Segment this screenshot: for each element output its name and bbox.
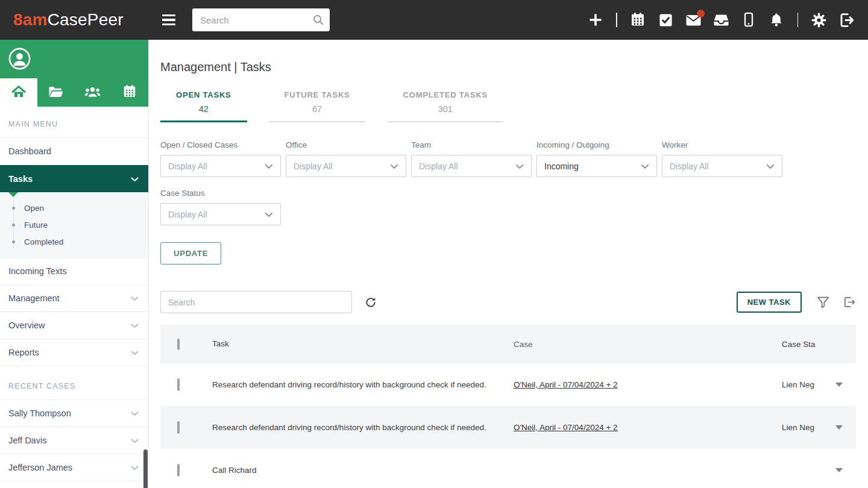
home-icon — [11, 84, 27, 101]
export-icon[interactable] — [842, 295, 856, 309]
sidebar-item-tasks[interactable]: Tasks — [0, 165, 148, 192]
avatar-icon[interactable] — [8, 48, 31, 70]
tab-open-tasks[interactable]: OPEN TASKS 42 — [160, 90, 247, 122]
page-title: Management | Tasks — [160, 60, 856, 74]
task-text: Research defendant driving record/histor… — [212, 378, 514, 392]
filter-label: Office — [286, 140, 406, 149]
filter-case-status: Case Status Display All — [160, 189, 281, 225]
filter-dropdown[interactable]: Display All — [160, 203, 281, 225]
calendar-icon — [122, 84, 137, 101]
dropdown-caret-icon[interactable] — [835, 425, 843, 430]
sidebar-item-label: Overview — [8, 321, 45, 330]
calendar-icon[interactable] — [630, 12, 646, 28]
tab-future-tasks[interactable]: FUTURE TASKS 67 — [269, 90, 366, 122]
filter-funnel-icon[interactable] — [817, 296, 829, 308]
chevron-down-icon — [641, 161, 649, 172]
sidebar-item-label: Tasks — [8, 174, 33, 184]
submenu-item-open[interactable]: Open — [0, 199, 148, 216]
submenu-item-future[interactable]: Future — [0, 216, 148, 233]
filter-label: Worker — [662, 140, 782, 149]
recent-case-label: Jefferson James — [8, 463, 72, 472]
refresh-icon[interactable] — [365, 296, 377, 308]
tab-count: 67 — [312, 104, 322, 114]
case-link[interactable]: O'Neil, April - 07/04/2024 + 2 — [514, 423, 618, 432]
filter-dropdown[interactable]: Display All — [286, 155, 406, 177]
task-check-icon[interactable] — [658, 12, 674, 28]
dropdown-caret-icon[interactable] — [835, 468, 843, 472]
sidebar-scrollbar[interactable] — [143, 449, 148, 488]
row-checkbox[interactable] — [177, 464, 180, 477]
submenu-item-label: Completed — [24, 237, 63, 246]
bullet-icon — [12, 224, 15, 227]
gear-icon[interactable] — [811, 12, 827, 28]
case-status-value[interactable]: Lien Neg — [782, 423, 822, 432]
chevron-down-icon — [766, 161, 775, 172]
sidebar-item-incoming-texts[interactable]: Incoming Texts — [0, 258, 148, 285]
main-menu-label: MAIN MENU — [0, 107, 148, 138]
sidebar-tab-contacts[interactable] — [74, 78, 112, 107]
tab-completed-tasks[interactable]: COMPLETED TASKS 301 — [388, 90, 503, 122]
recent-case-label: Jeff Davis — [8, 436, 46, 445]
filter-worker: Worker Display All — [662, 140, 782, 177]
chevron-down-icon — [265, 161, 273, 172]
filter-label: Case Status — [160, 189, 281, 198]
column-header-task: Task — [212, 337, 514, 351]
bell-icon[interactable] — [769, 12, 785, 28]
update-button[interactable]: UPDATE — [160, 242, 221, 264]
submenu-item-completed[interactable]: Completed — [0, 233, 148, 250]
tasks-table: Task Case Case Sta Research defendant dr… — [160, 325, 856, 488]
filter-dropdown[interactable]: Incoming — [536, 155, 657, 177]
recent-cases-label: RECENT CASES — [0, 366, 148, 400]
table-header-row: Task Case Case Sta — [160, 325, 856, 363]
recent-case-item[interactable]: Sally Thompson — [0, 400, 148, 427]
logo-suffix: CasePeer — [48, 10, 124, 29]
table-toolbar: NEW TASK — [160, 291, 856, 313]
sidebar-tab-cases[interactable] — [37, 78, 75, 107]
menu-icon[interactable] — [162, 14, 175, 25]
bullet-icon — [12, 240, 15, 243]
filter-label: Open / Closed Cases — [160, 140, 281, 149]
main-content: Management | Tasks OPEN TASKS 42 FUTURE … — [149, 40, 868, 488]
filter-value: Display All — [419, 161, 458, 171]
submenu-item-label: Future — [24, 221, 48, 230]
sidebar-item-management[interactable]: Management — [0, 285, 148, 312]
bullet-icon — [12, 207, 15, 210]
logout-icon[interactable] — [838, 12, 855, 28]
table-row: Research defendant driving record/histor… — [160, 363, 856, 406]
row-checkbox[interactable] — [177, 421, 180, 434]
chevron-down-icon — [131, 348, 139, 357]
select-all-checkbox[interactable] — [177, 339, 180, 350]
new-task-button[interactable]: NEW TASK — [737, 292, 802, 313]
mobile-icon[interactable] — [741, 12, 757, 28]
recent-case-item[interactable]: Peter Murphy — [0, 481, 148, 488]
sidebar-item-label: Reports — [8, 348, 39, 357]
row-checkbox[interactable] — [177, 378, 180, 391]
column-header-case-status: Case Sta — [782, 340, 822, 349]
mail-icon[interactable] — [685, 12, 702, 28]
filter-dropdown[interactable]: Display All — [662, 155, 782, 177]
sidebar-tab-calendar[interactable] — [112, 78, 149, 107]
sidebar-item-dashboard[interactable]: Dashboard — [0, 138, 148, 165]
sidebar-item-overview[interactable]: Overview — [0, 312, 148, 339]
submenu-item-label: Open — [24, 204, 44, 213]
filter-dropdown[interactable]: Display All — [411, 155, 532, 177]
case-status-value[interactable]: Lien Neg — [782, 380, 822, 389]
global-search-input[interactable] — [192, 8, 330, 31]
filter-value: Display All — [168, 210, 207, 219]
dropdown-caret-icon[interactable] — [835, 383, 843, 387]
sidebar-tab-home[interactable] — [0, 78, 37, 107]
recent-case-item[interactable]: Jeff Davis — [0, 427, 148, 454]
notification-dot — [697, 10, 705, 17]
filter-value: Display All — [670, 161, 709, 171]
plus-icon[interactable] — [587, 12, 603, 28]
sidebar-icon-tabs — [0, 78, 148, 107]
case-link[interactable]: O'Neil, April - 07/04/2024 + 2 — [514, 380, 618, 389]
recent-case-item[interactable]: Jefferson James — [0, 454, 148, 481]
task-text: Research defendant driving record/histor… — [212, 421, 514, 434]
sidebar-item-reports[interactable]: Reports — [0, 339, 148, 366]
inbox-icon[interactable] — [713, 12, 729, 28]
filter-dropdown[interactable]: Display All — [160, 155, 281, 177]
app-logo[interactable]: 8amCasePeer — [13, 10, 124, 30]
search-icon — [312, 14, 324, 28]
table-search-input[interactable] — [160, 291, 352, 313]
